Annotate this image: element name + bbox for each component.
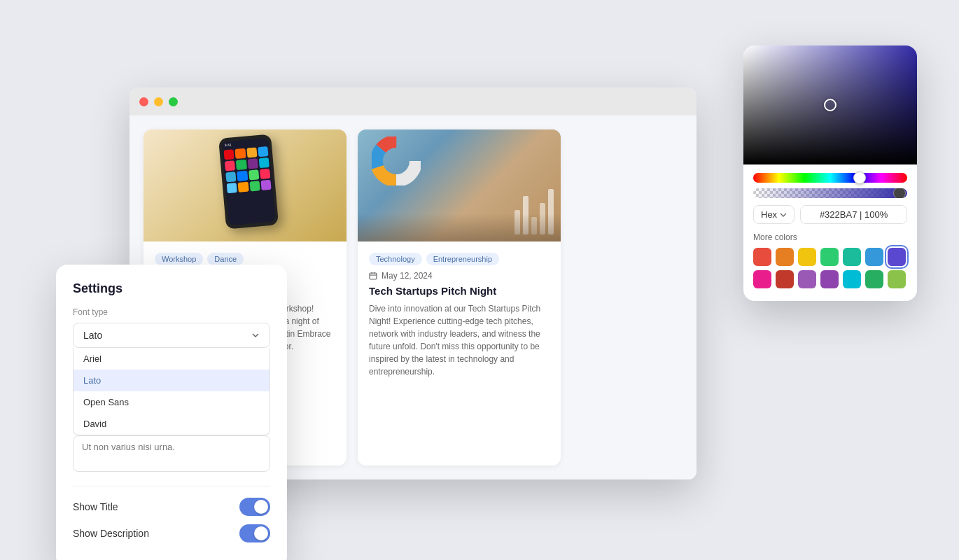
color-picker-controls: Hex #322BA7 | 100% More colors — [743, 164, 917, 301]
color-swatches-row2 — [753, 270, 907, 288]
more-colors-label: More colors — [753, 232, 907, 242]
swatch-green[interactable] — [820, 248, 839, 266]
color-picker-handle — [824, 99, 836, 111]
swatch-cyan[interactable] — [843, 270, 861, 288]
swatch-red[interactable] — [753, 248, 771, 266]
chevron-down-icon — [251, 331, 260, 340]
color-input-row: Hex #322BA7 | 100% — [753, 205, 907, 224]
swatch-darkpurple[interactable] — [820, 270, 839, 288]
traffic-light-yellow[interactable] — [154, 97, 163, 106]
alpha-handle — [893, 188, 906, 198]
card-tags-dance: Workshop Dance — [155, 253, 335, 265]
show-description-toggle[interactable] — [239, 524, 270, 542]
card-date-tech: May 12, 2024 — [369, 271, 550, 281]
pie-chart — [372, 136, 421, 186]
traffic-light-green[interactable] — [169, 97, 178, 106]
tech-card-desc: Dive into innovation at our Tech Startup… — [369, 302, 550, 378]
font-selected-value: Lato — [83, 330, 102, 341]
font-option-opensans[interactable]: Open Sans — [74, 391, 270, 413]
color-format-value: Hex — [761, 209, 777, 220]
show-title-row: Show Title — [73, 498, 270, 516]
settings-divider — [73, 486, 270, 486]
card-tags-tech: Technology Entrepreneurship — [369, 253, 550, 265]
hue-slider-wrapper — [753, 173, 907, 183]
swatch-blue[interactable] — [865, 248, 883, 266]
settings-panel: Settings Font type Lato Ariel Lato Open … — [56, 265, 287, 560]
font-dropdown: Ariel Lato Open Sans David — [73, 348, 270, 435]
hue-handle — [853, 172, 866, 184]
font-option-lato[interactable]: Lato — [74, 370, 270, 391]
color-gradient-area[interactable] — [743, 46, 917, 164]
calendar-icon-tech — [369, 272, 377, 280]
settings-textarea[interactable] — [73, 435, 270, 472]
tech-card-title: Tech Startups Pitch Night — [369, 285, 550, 297]
hex-value-display: #322BA7 | 100% — [820, 209, 888, 220]
show-description-knob — [254, 526, 268, 540]
format-chevron-icon — [780, 211, 787, 218]
show-description-row: Show Description — [73, 524, 270, 542]
alpha-slider[interactable] — [753, 188, 907, 198]
tag-dance: Dance — [207, 253, 244, 265]
swatch-violet[interactable] — [798, 270, 816, 288]
swatch-yellow[interactable] — [798, 248, 816, 266]
card-body-tech: Technology Entrepreneurship May 12, 2024… — [358, 241, 561, 389]
color-picker-panel: Hex #322BA7 | 100% More colors — [743, 46, 917, 301]
swatch-darkgreen[interactable] — [865, 270, 883, 288]
font-select-display[interactable]: Lato — [73, 323, 270, 348]
show-title-knob — [254, 500, 268, 514]
swatch-pink[interactable] — [753, 270, 771, 288]
card-image-dance: 9:41 — [144, 130, 346, 241]
tag-entrepreneurship: Entrepreneurship — [426, 253, 499, 265]
font-type-label: Font type — [73, 307, 270, 317]
show-title-label: Show Title — [73, 501, 118, 512]
color-format-select[interactable]: Hex — [753, 205, 794, 224]
color-hex-input[interactable]: #322BA7 | 100% — [800, 205, 907, 224]
font-select-wrapper: Lato Ariel Lato Open Sans David — [73, 323, 270, 435]
svg-rect-8 — [370, 273, 377, 279]
color-swatches-row1 — [753, 248, 907, 266]
settings-title: Settings — [73, 281, 270, 296]
show-title-toggle[interactable] — [239, 498, 270, 516]
swatch-darkred[interactable] — [776, 270, 794, 288]
browser-titlebar — [130, 88, 696, 115]
tag-workshop: Workshop — [155, 253, 203, 265]
event-card-tech: Technology Entrepreneurship May 12, 2024… — [358, 130, 561, 465]
tech-date-text: May 12, 2024 — [382, 271, 433, 281]
tag-technology: Technology — [369, 253, 422, 265]
textarea-wrapper — [73, 435, 270, 475]
font-option-ariel[interactable]: Ariel — [74, 348, 270, 370]
font-option-david[interactable]: David — [74, 413, 270, 435]
swatch-purple-active[interactable] — [888, 248, 906, 266]
swatch-lightgreen[interactable] — [888, 270, 906, 288]
alpha-slider-wrapper — [753, 188, 907, 198]
card-image-tech — [358, 130, 561, 241]
hue-slider[interactable] — [753, 173, 907, 183]
swatch-teal[interactable] — [843, 248, 861, 266]
show-description-label: Show Description — [73, 528, 149, 539]
traffic-light-red[interactable] — [139, 97, 148, 106]
swatch-orange[interactable] — [776, 248, 794, 266]
